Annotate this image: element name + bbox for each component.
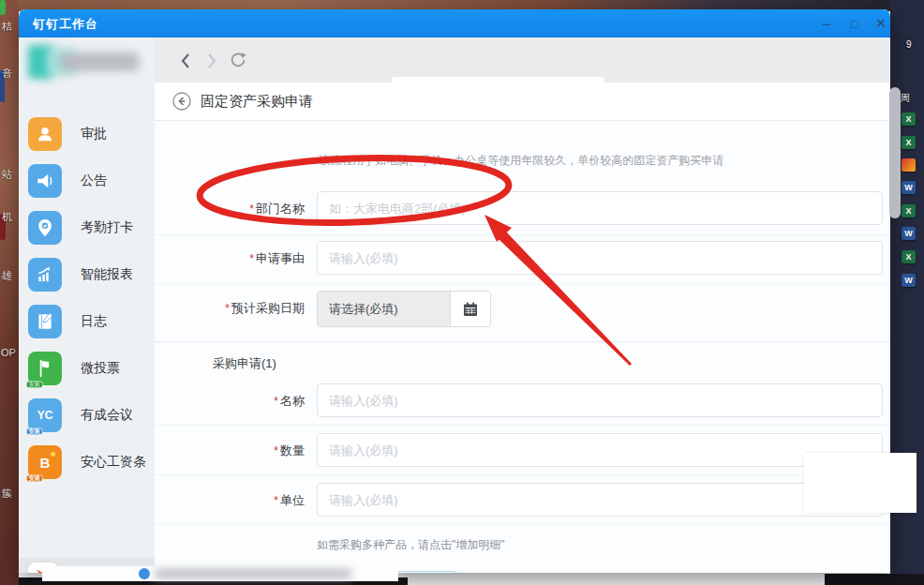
install-badge: 安装 <box>26 475 43 482</box>
background-window-edge <box>403 573 825 585</box>
desktop-icon-label: 机 <box>2 211 21 222</box>
sidebar: 审批 公告 考勤打卡 智能报表 <box>19 38 156 573</box>
icon-monogram: B <box>40 455 51 471</box>
sidebar-item-smart-report[interactable]: 智能报表 <box>28 258 155 292</box>
install-badge: 安装 <box>26 428 43 435</box>
department-name-input[interactable] <box>317 191 883 225</box>
redacted-username <box>60 52 139 71</box>
sidebar-item-announcement[interactable]: 公告 <box>28 164 155 198</box>
item-name-input[interactable] <box>317 383 883 417</box>
app-file-icon[interactable] <box>902 158 916 172</box>
sidebar-item-journal[interactable]: 日志 <box>28 305 155 338</box>
icon-dot <box>51 452 55 457</box>
yc-monogram-icon: YC 安装 <box>28 398 62 432</box>
label-text: 单位 <box>280 493 305 507</box>
item-quantity-input[interactable] <box>317 433 883 467</box>
required-mark: * <box>274 494 278 507</box>
sidebar-item-label: 有成会议 <box>81 398 160 432</box>
sidebar-item-payslip[interactable]: B 安装 安心工资条 <box>28 445 155 479</box>
desktop-label: 9 <box>906 39 912 50</box>
field-label-reason: *申请事由 <box>155 250 305 267</box>
section-divider <box>155 341 890 342</box>
sidebar-item-label: 审批 <box>81 117 160 151</box>
desktop-left-strip: 桔 音 站 机 雄 OP 簇 <box>0 0 19 585</box>
sidebar-item-label: 公告 <box>81 164 160 198</box>
field-label-quantity: *数量 <box>155 442 305 459</box>
sidebar-item-vote[interactable]: 安装 微投票 <box>28 352 155 385</box>
page-header: 固定资产采购申请 <box>155 82 890 121</box>
desktop-icon-label: 雄 <box>2 270 21 281</box>
window-titlebar[interactable]: 钉钉工作台 ─ □ ✕ <box>19 9 890 38</box>
maximize-button[interactable]: □ <box>843 12 866 35</box>
required-mark: * <box>249 252 254 265</box>
person-icon <box>28 117 62 151</box>
screen: 桔 音 站 机 雄 OP 簇 9 一周 X X W X W X W 钉钉工作台 … <box>0 0 924 585</box>
redacted-app-icon <box>139 568 150 579</box>
sidebar-item-label: 安心工资条 <box>81 445 160 479</box>
close-button[interactable]: ✕ <box>870 12 890 35</box>
minimize-button[interactable]: ─ <box>815 12 838 35</box>
user-profile[interactable] <box>28 45 150 86</box>
required-mark: * <box>249 202 254 216</box>
desktop-icon-label: 音 <box>2 68 21 79</box>
tab-bar: 审批 × <box>155 38 890 82</box>
word-file-icon[interactable]: W <box>902 181 916 194</box>
item-unit-input[interactable] <box>317 483 883 517</box>
excel-file-icon[interactable]: X <box>902 136 916 149</box>
back-circle-icon[interactable] <box>172 92 191 111</box>
section-title: 采购申请(1) <box>213 355 276 372</box>
desktop-icon-fragment <box>0 0 6 15</box>
background-scrollbar-thumb[interactable] <box>889 87 901 218</box>
sidebar-item-label: 日志 <box>81 305 160 338</box>
purchase-date-picker[interactable]: 请选择(必填) <box>317 291 491 327</box>
word-file-icon[interactable]: W <box>902 274 916 287</box>
chart-arrow-icon <box>28 258 62 292</box>
sidebar-item-label: 微投票 <box>81 352 160 385</box>
excel-file-icon[interactable]: X <box>902 204 916 218</box>
megaphone-icon <box>28 164 62 198</box>
excel-file-icon[interactable]: X <box>902 250 916 263</box>
required-mark: * <box>225 302 230 315</box>
row-divider <box>155 234 890 235</box>
chevron-right-icon[interactable] <box>201 51 223 71</box>
redacted-taskbar-row <box>42 566 398 581</box>
desktop-icon-label: 簇 <box>2 488 21 499</box>
sidebar-item-attendance[interactable]: 考勤打卡 <box>28 211 155 245</box>
date-placeholder: 请选择(必填) <box>318 292 450 326</box>
sidebar-item-label: 智能报表 <box>81 258 160 292</box>
window-title: 钉钉工作台 <box>33 16 98 33</box>
background-dark-strip <box>825 574 924 585</box>
help-text: 如需采购多种产品，请点击"增加明细" <box>317 537 505 553</box>
label-text: 名称 <box>280 394 305 408</box>
notebook-pen-icon <box>28 305 62 338</box>
application-reason-input[interactable] <box>317 241 883 275</box>
excel-file-icon[interactable]: X <box>902 112 916 126</box>
label-text: 申请事由 <box>256 251 305 265</box>
form-area: •该流程用于如电脑、手机、办公桌等使用年限较久，单价较高的固定资产购买申请 *部… <box>155 121 890 573</box>
form-description: •该流程用于如电脑、手机、办公桌等使用年限较久，单价较高的固定资产购买申请 <box>315 153 723 169</box>
b-monogram-icon: B 安装 <box>28 445 62 479</box>
sidebar-item-meeting[interactable]: YC 安装 有成会议 <box>28 398 155 432</box>
row-divider <box>155 474 890 475</box>
required-mark: * <box>274 444 278 458</box>
chevron-left-icon[interactable] <box>174 51 197 71</box>
desktop-icon-label: OP <box>1 347 20 358</box>
label-text: 数量 <box>280 443 305 458</box>
row-divider <box>155 524 890 525</box>
sidebar-item-approval[interactable]: 审批 <box>28 117 155 151</box>
refresh-icon[interactable] <box>227 50 249 70</box>
field-label-unit: *单位 <box>155 492 305 509</box>
label-text: 预计采购日期 <box>231 301 305 315</box>
calendar-icon[interactable] <box>450 292 490 326</box>
required-mark: * <box>274 395 278 408</box>
sidebar-item-label: 考勤打卡 <box>81 211 160 245</box>
field-label-department: *部门名称 <box>155 201 305 218</box>
word-file-icon[interactable]: W <box>902 227 916 240</box>
field-label-name: *名称 <box>155 393 305 410</box>
dingtalk-window: 钉钉工作台 ─ □ ✕ 审批 <box>19 9 890 573</box>
icon-monogram: YC <box>37 409 53 422</box>
install-badge: 安装 <box>26 382 43 388</box>
redacted-text <box>155 569 351 578</box>
desktop-icon-label: 桔 <box>2 21 21 32</box>
field-label-purchase-date: *预计采购日期 <box>155 300 305 317</box>
